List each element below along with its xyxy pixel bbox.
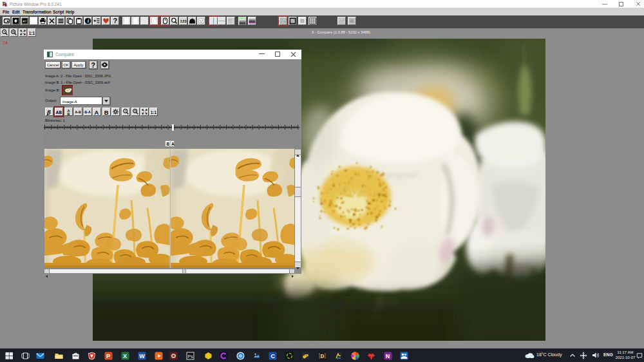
svg-text:AB: AB bbox=[56, 110, 62, 115]
svg-text:B: B bbox=[104, 109, 109, 115]
svg-text:P: P bbox=[106, 353, 110, 359]
svg-text:W: W bbox=[139, 353, 145, 359]
svg-text:1:1: 1:1 bbox=[29, 31, 35, 35]
svg-text:?: ? bbox=[113, 17, 118, 24]
svg-text:N: N bbox=[386, 353, 390, 359]
svg-text:D: D bbox=[321, 354, 325, 359]
svg-text:1:1: 1:1 bbox=[151, 110, 157, 115]
svg-text:Pѕ: Pѕ bbox=[188, 354, 194, 359]
svg-text:B-A: B-A bbox=[84, 110, 91, 114]
svg-text:β: β bbox=[46, 108, 51, 115]
svg-text:A: A bbox=[95, 109, 99, 115]
svg-text:A-B: A-B bbox=[75, 110, 81, 114]
svg-text:B: B bbox=[67, 112, 70, 115]
svg-text:204: 204 bbox=[339, 22, 343, 24]
svg-text:X: X bbox=[123, 353, 127, 359]
svg-text:C: C bbox=[270, 353, 275, 359]
svg-text:123: 123 bbox=[180, 19, 187, 23]
svg-text:##: ## bbox=[350, 21, 352, 23]
svg-text:TO: TO bbox=[229, 21, 232, 24]
